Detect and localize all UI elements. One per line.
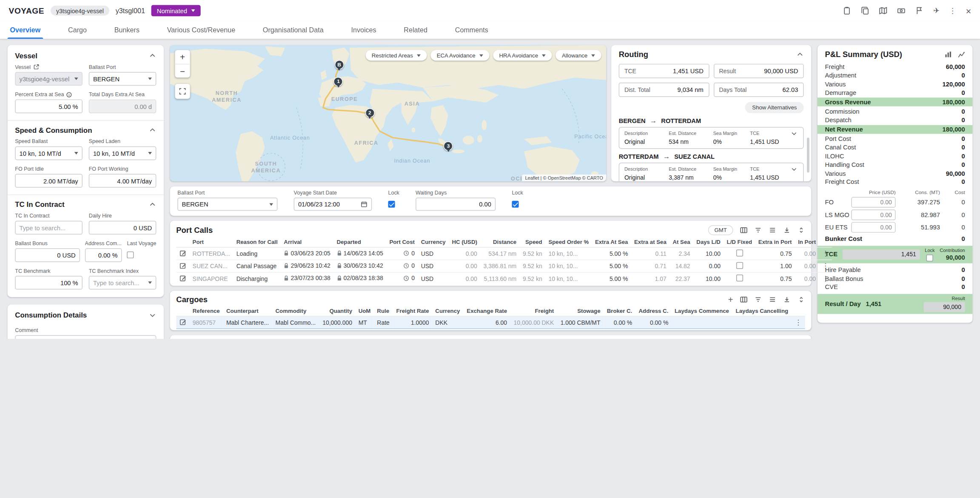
tab-various-cost-revenue[interactable]: Various Cost/Revenue [167,21,236,39]
percent-extra-input[interactable] [15,100,83,113]
speed-ballast-select[interactable]: 10 kn, 10 MT/d [15,146,83,160]
routing-leg-1[interactable]: Description Est. Distance Sea Margin TCE… [619,127,804,149]
tce-lock-checkbox[interactable] [926,254,933,261]
map-marker-singapore[interactable]: 3 [444,141,453,151]
ld-fixed-checkbox[interactable] [736,262,743,269]
ld-fixed-checkbox[interactable] [736,275,743,281]
ballast-port-select[interactable]: BERGEN [89,72,157,86]
status-badge[interactable]: Nominated [151,5,201,16]
cargo-row[interactable]: 9805757 Mabl Chartere... Mabl Commo... 1… [176,316,805,329]
tab-related[interactable]: Related [404,21,427,39]
routing-leg-2[interactable]: Description Est. Distance Sea Margin TCE… [619,163,804,181]
fo-port-working-input[interactable] [89,174,157,187]
vessel-select[interactable]: y3tsgioe4g-vessel [15,72,83,86]
gmt-toggle[interactable]: GMT [708,225,733,235]
tab-cargo[interactable]: Cargo [68,21,87,39]
port-call-row[interactable]: ROTTERDA... Loading 03/06/23 20:05 14/06… [176,247,832,260]
map-marker-suez[interactable]: 2 [365,108,374,117]
external-link-icon[interactable] [33,64,40,70]
edit-icon[interactable] [179,262,186,269]
chevron-up-icon[interactable] [149,52,157,60]
tab-invoices[interactable]: Invoices [351,21,376,39]
routing-result-field[interactable]: Result90,000 USD [713,64,803,78]
routing-scrollbar[interactable] [807,137,809,172]
lock-start-date-checkbox[interactable] [388,201,395,208]
unfold-icon[interactable] [798,226,805,234]
routing-days-field[interactable]: Days Total62.03 [713,83,803,97]
flag-icon[interactable] [915,6,924,15]
show-alternatives-button[interactable]: Show Alternatives [745,102,803,113]
edit-icon[interactable] [179,249,186,256]
map-marker-bergen[interactable]: B [335,60,344,69]
daily-hire-input[interactable] [89,221,157,235]
chevron-up-icon[interactable] [796,51,804,58]
menu-icon[interactable] [769,226,776,234]
waiting-days-input[interactable] [416,197,496,211]
eca-avoidance-toggle[interactable]: ECA Avoidance [430,50,489,61]
overflow-menu-icon[interactable]: ⋮ [949,7,957,14]
menu-icon[interactable] [769,296,776,303]
zoom-in-button[interactable]: + [175,50,190,64]
close-icon[interactable]: × [966,6,971,15]
hra-avoidance-toggle[interactable]: HRA Avoidance [493,50,552,61]
tab-overview[interactable]: Overview [10,21,41,39]
last-voyage-checkbox[interactable] [127,252,134,258]
fullscreen-button[interactable] [175,84,190,99]
tab-bunkers[interactable]: Bunkers [114,21,140,39]
route-map[interactable]: NORTH AMERICA EUROPE ASIA AFRICA SOUTH A… [170,45,607,181]
port-call-row[interactable]: SINGAPORE Discharging 23/07/23 00:38 02/… [176,272,832,285]
row-overflow-icon[interactable]: ⋮ [822,275,829,282]
fo-port-idle-input[interactable] [15,174,83,187]
ballast-port-select[interactable]: BERGEN [177,197,277,211]
map-attribution[interactable]: Leaflet | © OpenStreetMap © CARTO [522,175,606,181]
vessel-chip[interactable]: y3tsgioe4g-vessel [51,6,109,16]
tab-comments[interactable]: Comments [455,21,488,39]
allowance-toggle[interactable]: Allowance [556,50,601,61]
copy-icon[interactable] [861,6,870,15]
chevron-down-icon[interactable] [791,166,798,172]
history-icon[interactable] [403,250,410,256]
map-icon[interactable] [879,6,888,15]
fo-price-input[interactable]: 0.00 [851,197,895,207]
row-overflow-icon[interactable]: ⋮ [795,318,802,326]
chevron-up-icon[interactable] [149,201,157,209]
port-call-row[interactable]: SUEZ CAN... Canal Passage 29/06/23 10:42… [176,260,832,272]
ls-mgo-price-input[interactable]: 0.00 [851,209,895,220]
voyage-start-date-input[interactable]: 01/06/23 12:00 [294,197,372,211]
map-marker-rotterdam[interactable]: 1 [334,77,343,86]
tc-benchmark-index-select[interactable]: Type to search... [89,276,157,289]
address-commission-input[interactable] [85,248,122,262]
plane-icon[interactable]: ✈ [933,7,940,14]
eu-ets-price-input[interactable]: 0.00 [851,222,895,232]
comment-input[interactable] [15,335,156,339]
speed-laden-select[interactable]: 10 kn, 10 MT/d [89,146,157,160]
chevron-down-icon[interactable] [791,130,798,137]
tce-value-box[interactable]: 1,451 [843,249,920,260]
routing-distance-field[interactable]: Dist. Total9,034 nm [619,83,709,97]
payments-icon[interactable] [897,6,906,15]
lock-waiting-days-checkbox[interactable] [512,201,518,208]
ballast-bonus-input[interactable] [15,248,80,262]
tab-organisational-data[interactable]: Organisational Data [263,21,324,39]
download-icon[interactable] [783,296,791,303]
tc-contract-search-input[interactable] [15,221,83,235]
zoom-out-button[interactable]: − [175,64,190,77]
columns-icon[interactable] [740,226,748,234]
routing-tce-field[interactable]: TCE1,451 USD [619,64,709,78]
row-overflow-icon[interactable]: ⋮ [822,262,829,270]
bar-chart-icon[interactable] [944,51,952,58]
chevron-up-icon[interactable] [149,126,157,134]
history-icon[interactable] [403,263,410,269]
history-icon[interactable] [403,275,410,281]
edit-icon[interactable] [179,318,186,325]
edit-icon[interactable] [179,275,186,281]
tc-benchmark-input[interactable] [15,276,83,289]
chevron-down-icon[interactable] [149,312,157,319]
restricted-areas-toggle[interactable]: Restricted Areas [365,50,427,61]
columns-icon[interactable] [740,296,748,303]
info-icon[interactable] [66,92,72,97]
row-overflow-icon[interactable]: ⋮ [822,249,829,257]
add-cargo-icon[interactable]: + [728,295,733,304]
trend-chart-icon[interactable] [957,51,965,58]
ld-fixed-checkbox[interactable] [736,249,743,256]
